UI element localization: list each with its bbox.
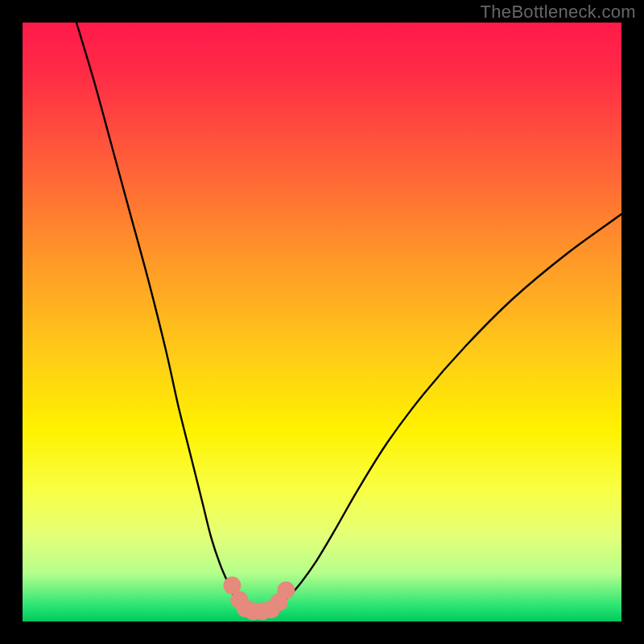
chart-frame: TheBottleneck.com bbox=[0, 0, 644, 644]
watermark-text: TheBottleneck.com bbox=[481, 2, 636, 23]
valley-marker bbox=[277, 581, 295, 599]
bottleneck-chart bbox=[0, 0, 644, 644]
gradient-panel bbox=[23, 23, 621, 621]
